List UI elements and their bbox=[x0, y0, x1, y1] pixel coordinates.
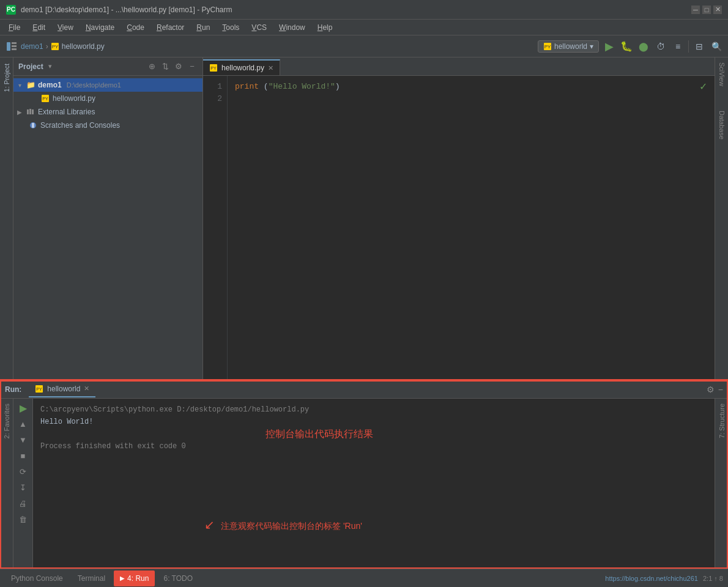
sciview-tab[interactable]: SciView bbox=[717, 57, 727, 91]
sidebar-tools: ⊕ ⇅ ⚙ − bbox=[146, 61, 198, 72]
scroll-to-end-button[interactable]: ↧ bbox=[17, 481, 30, 494]
checkmark-icon: ✓ bbox=[699, 81, 707, 92]
structure-strip: 7: Structure bbox=[715, 399, 728, 569]
run-config-selector[interactable]: PY helloworld ▾ bbox=[538, 40, 599, 53]
menu-bar: File Edit View Navigate Code Refactor Ru… bbox=[0, 20, 728, 35]
run-button[interactable]: ▶ bbox=[603, 40, 616, 53]
menu-help[interactable]: Help bbox=[313, 22, 338, 33]
run-status-tab[interactable]: ▶ 4: Run bbox=[114, 570, 155, 586]
favorites-tab[interactable]: 2: Favorites bbox=[2, 401, 12, 441]
settings-button[interactable]: ⚙ bbox=[173, 61, 184, 72]
menu-refactor[interactable]: Refactor bbox=[152, 22, 189, 33]
console-output[interactable]: C:\arcpyenv\Scripts\python.exe D:/deskto… bbox=[33, 399, 715, 457]
scroll-up-button[interactable]: ▲ bbox=[17, 417, 30, 430]
console-line-2: Hello World! bbox=[40, 416, 707, 428]
menu-code[interactable]: Code bbox=[122, 22, 149, 33]
tree-item-external-libs[interactable]: ▶ External Libraries bbox=[13, 105, 202, 119]
svg-rect-1 bbox=[12, 42, 17, 44]
add-content-button[interactable]: ⊕ bbox=[146, 61, 157, 72]
run-tab-close[interactable]: ✕ bbox=[84, 385, 89, 393]
menu-vcs[interactable]: VCS bbox=[247, 22, 272, 33]
sync-button[interactable]: ⇅ bbox=[160, 61, 171, 72]
scratches-label: Scratches and Consoles bbox=[40, 121, 120, 130]
bottom-tab-bar: Run: PY helloworld ✕ ⚙ − bbox=[0, 380, 728, 399]
breadcrumb-demo1[interactable]: demo1 bbox=[21, 42, 43, 51]
breadcrumb: demo1 › PY helloworld.py bbox=[21, 42, 535, 51]
structure-tab[interactable]: 7: Structure bbox=[717, 401, 727, 441]
project-tab[interactable]: 1: Project bbox=[2, 60, 12, 95]
sidebar-header: Project ▾ ⊕ ⇅ ⚙ − bbox=[13, 57, 202, 76]
svg-rect-2 bbox=[12, 45, 17, 47]
svg-text:PY: PY bbox=[544, 44, 551, 50]
tree-item-scratches[interactable]: Scratches and Consoles bbox=[13, 119, 202, 132]
project-name-label: demo1 bbox=[38, 81, 62, 89]
menu-view[interactable]: View bbox=[53, 22, 78, 33]
todo-label: 6: TODO bbox=[163, 574, 193, 583]
breadcrumb-file[interactable]: PY helloworld.py bbox=[51, 42, 105, 51]
file-name-label: helloworld.py bbox=[53, 94, 95, 103]
menu-file[interactable]: File bbox=[4, 22, 25, 33]
console-line-3 bbox=[40, 428, 707, 440]
svg-rect-14 bbox=[32, 123, 34, 128]
status-bar: Python Console Terminal ▶ 4: Run 6: TODO… bbox=[0, 569, 728, 587]
project-icon[interactable] bbox=[5, 40, 18, 53]
menu-tools[interactable]: Tools bbox=[217, 22, 244, 33]
database-tab[interactable]: Database bbox=[717, 106, 727, 144]
console-wrapper: C:\arcpyenv\Scripts\python.exe D:/deskto… bbox=[33, 399, 715, 569]
maximize-button[interactable]: □ bbox=[702, 6, 711, 14]
project-path-label: D:\desktop\demo1 bbox=[67, 81, 121, 89]
toolbar-right: PY helloworld ▾ ▶ 🐛 ⬤ ⏱ ≡ ⊟ 🔍 bbox=[538, 40, 723, 53]
minimize-button[interactable]: ─ bbox=[691, 6, 700, 14]
editor-tab-helloworld[interactable]: PY helloworld.py ✕ bbox=[203, 59, 280, 75]
terminal-tab[interactable]: Terminal bbox=[72, 570, 111, 586]
scroll-down-button[interactable]: ▼ bbox=[17, 433, 30, 446]
python-console-tab[interactable]: Python Console bbox=[5, 570, 69, 586]
tab-close-button[interactable]: ✕ bbox=[268, 64, 273, 72]
svg-text:PY: PY bbox=[51, 44, 58, 50]
run-tab-name: helloworld bbox=[47, 385, 80, 393]
svg-rect-12 bbox=[32, 109, 34, 114]
run-tab[interactable]: PY helloworld ✕ bbox=[29, 382, 95, 397]
bottom-content: 2: Favorites ▶ ▲ ▼ ■ ⟳ ↧ 🖨 🗑 C:\arcpyenv… bbox=[0, 399, 728, 569]
menu-window[interactable]: Window bbox=[274, 22, 310, 33]
search-button[interactable]: 🔍 bbox=[710, 40, 723, 53]
stop-button[interactable]: ■ bbox=[17, 449, 30, 462]
settings-tool-button[interactable]: ⚙ bbox=[707, 385, 715, 394]
hide-sidebar-button[interactable]: − bbox=[187, 61, 198, 72]
bottom-panel: Run: PY helloworld ✕ ⚙ − 2: Favorites ▶ … bbox=[0, 379, 728, 569]
tree-item-demo1[interactable]: ▾ 📁 demo1 D:\desktop\demo1 bbox=[13, 78, 202, 92]
close-button[interactable]: ✕ bbox=[713, 6, 722, 14]
toolbar-separator bbox=[688, 40, 689, 53]
annotation-output-label: 控制台输出代码执行结果 bbox=[266, 428, 373, 441]
bottom-tools: ⚙ − bbox=[707, 385, 723, 394]
blog-link[interactable]: https://blog.csdn.net/chichu261 bbox=[605, 575, 698, 582]
run-play-button[interactable]: ▶ bbox=[17, 401, 30, 415]
print-button[interactable]: 🖨 bbox=[17, 497, 30, 510]
debug-button[interactable]: 🐛 bbox=[620, 40, 633, 53]
bottom-left-tools: ▶ ▲ ▼ ■ ⟳ ↧ 🖨 🗑 bbox=[13, 399, 33, 569]
minimize-panel-button[interactable]: − bbox=[718, 385, 723, 394]
menu-run[interactable]: Run bbox=[191, 22, 215, 33]
todo-tab[interactable]: 6: TODO bbox=[157, 570, 199, 586]
menu-edit[interactable]: Edit bbox=[28, 22, 50, 33]
svg-text:PY: PY bbox=[210, 66, 217, 70]
annotation-run-text: 注意观察代码输出控制台的标签 'Run' bbox=[221, 521, 362, 532]
more-button[interactable]: ≡ bbox=[671, 40, 685, 53]
expand-arrow: ▾ bbox=[16, 81, 23, 89]
cursor-position: 2:1 ↑ 8 bbox=[703, 575, 723, 582]
console-line-1: C:\arcpyenv\Scripts\python.exe D:/deskto… bbox=[40, 404, 707, 416]
svg-rect-0 bbox=[7, 42, 10, 51]
library-icon bbox=[26, 107, 35, 117]
collapse-button[interactable]: ⊟ bbox=[693, 40, 706, 53]
title-bar: PC demo1 [D:\desktop\demo1] - ...\hellow… bbox=[0, 0, 728, 20]
tree-item-helloworld[interactable]: PY helloworld.py bbox=[13, 92, 202, 105]
rerun-button[interactable]: ⟳ bbox=[17, 465, 30, 478]
external-libs-label: External Libraries bbox=[38, 108, 95, 116]
svg-rect-10 bbox=[27, 109, 29, 114]
coverage-button[interactable]: ⬤ bbox=[637, 40, 650, 53]
profile-button[interactable]: ⏱ bbox=[654, 40, 667, 53]
expand-arrow-scratches bbox=[16, 122, 26, 129]
annotation-arrow-icon: ↙ bbox=[204, 517, 215, 532]
menu-navigate[interactable]: Navigate bbox=[81, 22, 119, 33]
delete-button[interactable]: 🗑 bbox=[17, 512, 30, 526]
